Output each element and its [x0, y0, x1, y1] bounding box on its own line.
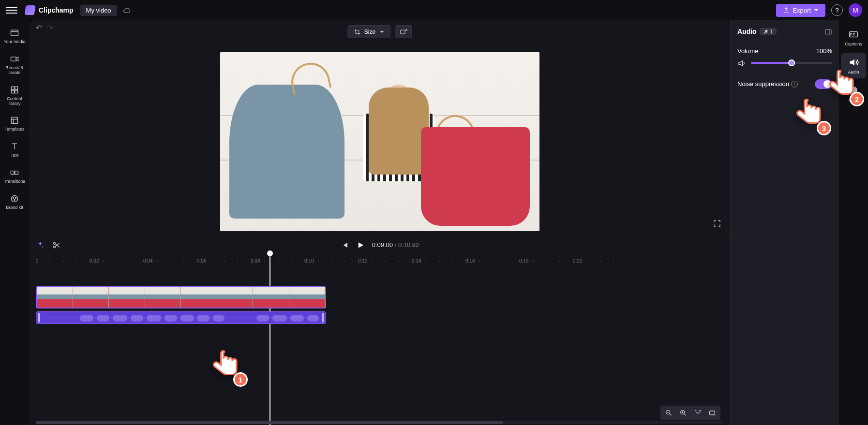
skip-start-button[interactable] [340, 240, 349, 249]
toolstrip-fade[interactable]: Fade [841, 81, 866, 106]
sidebar-your-media[interactable]: Your media [1, 24, 28, 48]
svg-rect-19 [825, 29, 831, 34]
zoom-out-button[interactable] [662, 407, 675, 419]
detach-panel-button[interactable] [824, 27, 832, 36]
toolstrip-captions[interactable]: Captions [841, 25, 866, 50]
ruler-tick: 0:18 [519, 258, 528, 264]
ruler-tick: 0:04 [143, 258, 152, 264]
playback-bar: 0:09.00 / 0:10.92 [29, 236, 730, 253]
audio-count-badge: 1 [760, 28, 777, 35]
editor-main: ↶ ↷ Size [29, 20, 730, 425]
noise-suppression-label: Noise suppression [737, 80, 789, 88]
topbar: Clipchamp My video Export ? M [0, 0, 868, 20]
svg-rect-4 [11, 90, 14, 93]
ruler-tick: 0:08 [251, 258, 260, 264]
ruler-tick: 0:20 [573, 258, 582, 264]
library-icon [10, 85, 19, 95]
sidebar-record-create[interactable]: Record & create [1, 50, 28, 79]
sidebar-content-library[interactable]: Content library [1, 81, 28, 110]
crop-icon [354, 29, 360, 35]
svg-rect-8 [15, 171, 18, 175]
timeline-zoom-controls [660, 406, 720, 420]
ruler-tick: 0:06 [197, 258, 206, 264]
svg-rect-3 [15, 87, 18, 89]
svg-rect-7 [11, 171, 15, 175]
svg-rect-13 [401, 30, 405, 34]
speaker-icon[interactable] [737, 59, 746, 68]
app-logo[interactable]: Clipchamp [25, 5, 74, 15]
captions-icon [848, 29, 859, 40]
svg-point-11 [15, 197, 16, 198]
toolstrip-audio[interactable]: Audio [841, 53, 866, 78]
volume-label: Volume [737, 47, 758, 55]
popout-preview-button[interactable] [395, 25, 412, 38]
ai-sparkle-button[interactable] [36, 240, 45, 249]
video-preview[interactable] [220, 52, 539, 231]
volume-value: 100% [816, 47, 832, 55]
app-name: Clipchamp [39, 6, 74, 14]
brand-icon [10, 194, 19, 204]
templates-icon [10, 116, 19, 125]
ruler-tick: 0:16 [465, 258, 475, 264]
timecode: 0:09.00 / 0:10.92 [372, 241, 419, 249]
music-note-icon [763, 29, 768, 34]
video-track-clip[interactable] [36, 286, 326, 308]
audio-icon [848, 57, 859, 68]
svg-point-10 [13, 197, 14, 198]
svg-rect-6 [11, 117, 17, 124]
timeline-scrollbar[interactable] [36, 421, 723, 424]
svg-rect-5 [15, 90, 18, 93]
chevron-down-icon [814, 8, 819, 13]
svg-rect-0 [11, 30, 18, 36]
sidebar-text[interactable]: Text [1, 138, 28, 162]
redo-button[interactable]: ↷ [47, 23, 53, 32]
left-sidebar: Your media Record & create Content libra… [0, 20, 29, 425]
fade-icon [848, 85, 859, 96]
popup-icon [400, 29, 407, 35]
split-button[interactable] [52, 240, 61, 249]
timeline-view-button[interactable] [705, 407, 719, 419]
fullscreen-button[interactable] [713, 219, 721, 228]
zoom-fit-button[interactable] [691, 407, 704, 419]
right-toolstrip: Captions Audio Fade [839, 20, 868, 425]
noise-suppression-toggle[interactable] [815, 79, 832, 89]
volume-slider[interactable] [751, 62, 832, 64]
svg-point-12 [14, 200, 15, 201]
audio-track-clip[interactable] [36, 311, 326, 324]
panel-title: Audio [737, 28, 757, 35]
ruler-tick: 0:10 [304, 258, 314, 264]
clipchamp-logo-icon [25, 5, 36, 15]
ruler-tick: 0:12 [358, 258, 367, 264]
project-title[interactable]: My video [80, 5, 117, 16]
upload-icon [783, 7, 790, 14]
media-icon [10, 28, 19, 38]
timeline-ruler[interactable]: 00:020:040:060:080:100:120:140:160:180:2… [36, 256, 723, 267]
chevron-down-icon [379, 29, 384, 34]
text-icon [10, 142, 19, 151]
info-icon[interactable]: i [791, 81, 798, 88]
cloud-sync-icon[interactable] [123, 6, 132, 15]
svg-rect-1 [11, 57, 16, 61]
ruler-tick: 0:02 [90, 258, 99, 264]
export-label: Export [793, 7, 811, 14]
play-button[interactable] [356, 240, 365, 250]
help-button[interactable]: ? [831, 4, 843, 16]
size-dropdown[interactable]: Size [347, 25, 390, 38]
transitions-icon [10, 168, 19, 177]
sidebar-brand-kit[interactable]: Brand kit [1, 190, 28, 214]
svg-rect-18 [710, 411, 715, 415]
record-icon [10, 54, 19, 64]
user-avatar[interactable]: M [849, 3, 862, 17]
undo-button[interactable]: ↶ [36, 23, 42, 32]
zoom-in-button[interactable] [676, 407, 690, 419]
ruler-tick: 0:14 [412, 258, 421, 264]
menu-button[interactable] [6, 4, 17, 16]
sidebar-transitions[interactable]: Transitions [1, 164, 28, 188]
svg-rect-2 [11, 87, 14, 89]
sidebar-templates[interactable]: Templates [1, 112, 28, 136]
export-button[interactable]: Export [776, 4, 825, 17]
timeline[interactable]: 00:020:040:060:080:100:120:140:160:180:2… [29, 253, 730, 425]
properties-panel: Audio 1 Volume 100% Noise suppression i [730, 20, 839, 425]
svg-point-9 [11, 195, 17, 202]
ruler-tick: 0 [36, 258, 39, 264]
